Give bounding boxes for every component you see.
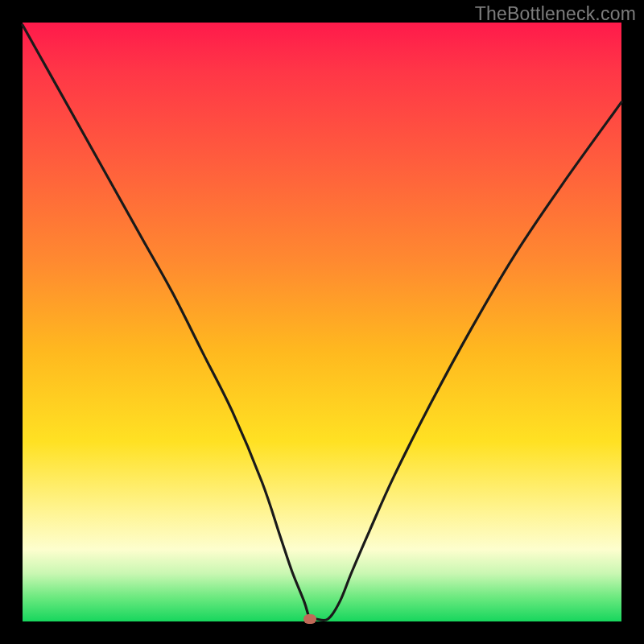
watermark-text: TheBottleneck.com [475,3,636,25]
plot-area [23,23,621,621]
optimal-point-marker [303,614,316,624]
bottleneck-curve [23,23,621,621]
chart-frame: TheBottleneck.com [0,0,644,644]
